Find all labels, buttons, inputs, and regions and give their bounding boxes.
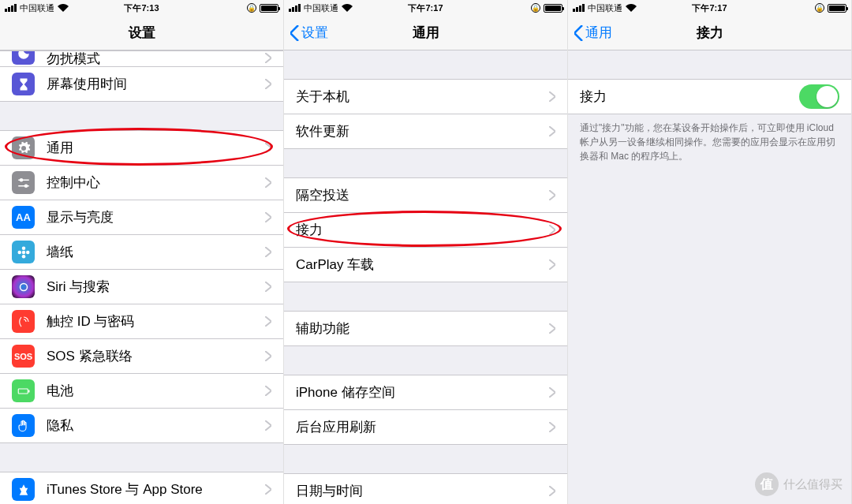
settings-row-dnd[interactable]: 勿扰模式 <box>0 51 283 67</box>
svg-point-7 <box>17 250 21 254</box>
settings-list[interactable]: 勿扰模式 屏幕使用时间 通用 控制中心 AA <box>0 50 283 504</box>
chevron-right-icon <box>265 484 271 495</box>
back-button[interactable]: 设置 <box>290 24 328 42</box>
chevron-right-icon <box>549 91 555 102</box>
screen-general: 中国联通 下午7:17 🔒 设置 通用 关于本机 软件更新 <box>284 0 568 504</box>
settings-row-sos[interactable]: SOS SOS 紧急联络 <box>0 339 283 374</box>
chevron-right-icon <box>549 259 555 270</box>
status-time: 下午7:13 <box>0 2 283 14</box>
watermark: 值 什么值得买 <box>755 472 843 496</box>
screen-handoff: 中国联通 下午7:17 🔒 通用 接力 接力 通过"接力"功能，您在某设备开始操… <box>568 0 852 504</box>
row-label: 显示与亮度 <box>47 208 265 226</box>
row-label: 辅助功能 <box>296 319 549 338</box>
handoff-toggle-row[interactable]: 接力 <box>568 80 851 114</box>
general-row-carplay[interactable]: CarPlay 车载 <box>284 248 567 282</box>
row-label: 勿扰模式 <box>47 51 265 67</box>
status-bar: 中国联通 下午7:17 🔒 <box>568 0 851 16</box>
chevron-right-icon <box>265 420 271 431</box>
general-row-about[interactable]: 关于本机 <box>284 80 567 114</box>
status-time: 下午7:17 <box>284 2 567 14</box>
battery-icon <box>260 4 278 13</box>
gear-icon <box>17 141 31 155</box>
svg-point-6 <box>21 255 25 259</box>
back-button[interactable]: 通用 <box>574 24 612 42</box>
row-label: 屏幕使用时间 <box>47 75 265 93</box>
row-label: 日期与时间 <box>296 482 549 500</box>
fingerprint-icon <box>17 315 31 329</box>
svg-point-8 <box>26 250 30 254</box>
screen-settings: 中国联通 下午7:13 🔒 设置 勿扰模式 屏幕使用时间 <box>0 0 284 504</box>
row-label: 通用 <box>47 139 265 157</box>
row-label: 后台应用刷新 <box>296 418 549 436</box>
general-row-handoff[interactable]: 接力 <box>284 213 567 248</box>
row-label: CarPlay 车载 <box>296 256 549 274</box>
settings-row-screentime[interactable]: 屏幕使用时间 <box>0 67 283 102</box>
svg-rect-10 <box>18 389 28 394</box>
handoff-toggle[interactable] <box>799 84 839 109</box>
svg-rect-11 <box>28 390 30 392</box>
general-list[interactable]: 关于本机 软件更新 隔空投送 接力 CarPlay 车载 <box>284 50 567 504</box>
settings-row-siri[interactable]: Siri 与搜索 <box>0 270 283 304</box>
general-row-background-refresh[interactable]: 后台应用刷新 <box>284 410 567 445</box>
row-label: 接力 <box>580 88 799 106</box>
nav-bar: 通用 接力 <box>568 16 851 50</box>
settings-row-display[interactable]: AA 显示与亮度 <box>0 200 283 235</box>
watermark-text: 什么值得买 <box>783 477 843 492</box>
row-label: 电池 <box>47 382 265 400</box>
svg-point-4 <box>21 250 25 254</box>
row-label: 墙纸 <box>47 243 265 261</box>
general-row-storage[interactable]: iPhone 储存空间 <box>284 375 567 410</box>
settings-row-touchid[interactable]: 触控 ID 与密码 <box>0 304 283 339</box>
settings-row-control-center[interactable]: 控制中心 <box>0 166 283 200</box>
moon-icon <box>17 51 31 61</box>
settings-row-privacy[interactable]: 隐私 <box>0 409 283 443</box>
row-label: iTunes Store 与 App Store <box>47 480 265 498</box>
back-label: 通用 <box>585 24 612 42</box>
chevron-right-icon <box>265 316 271 327</box>
row-label: 关于本机 <box>296 88 549 106</box>
svg-point-5 <box>21 246 25 250</box>
settings-row-wallpaper[interactable]: 墙纸 <box>0 235 283 270</box>
chevron-right-icon <box>549 225 555 235</box>
row-label: iPhone 储存空间 <box>296 383 549 401</box>
chevron-right-icon <box>265 79 271 89</box>
general-row-software-update[interactable]: 软件更新 <box>284 114 567 149</box>
chevron-left-icon <box>290 25 300 41</box>
chevron-left-icon <box>574 25 584 41</box>
back-label: 设置 <box>301 24 328 42</box>
general-row-date-time[interactable]: 日期与时间 <box>284 474 567 504</box>
appstore-icon <box>17 483 31 497</box>
siri-icon <box>17 280 31 294</box>
general-row-airdrop[interactable]: 隔空投送 <box>284 178 567 213</box>
status-bar: 中国联通 下午7:13 🔒 <box>0 0 283 16</box>
row-label: 触控 ID 与密码 <box>47 312 265 330</box>
hand-icon <box>17 419 31 433</box>
settings-row-general[interactable]: 通用 <box>0 131 283 166</box>
chevron-right-icon <box>549 422 555 432</box>
row-label: Siri 与搜索 <box>47 278 265 296</box>
chevron-right-icon <box>265 282 271 292</box>
watermark-logo: 值 <box>755 472 779 496</box>
battery-icon <box>544 4 562 13</box>
status-bar: 中国联通 下午7:17 🔒 <box>284 0 567 16</box>
chevron-right-icon <box>549 486 555 496</box>
chevron-right-icon <box>549 126 555 136</box>
sos-icon: SOS <box>12 345 35 368</box>
flower-icon <box>17 245 31 259</box>
status-time: 下午7:17 <box>568 2 851 14</box>
row-label: 隔空投送 <box>296 186 549 204</box>
chevron-right-icon <box>265 386 271 396</box>
settings-row-battery[interactable]: 电池 <box>0 374 283 409</box>
hourglass-icon <box>17 77 31 91</box>
chevron-right-icon <box>549 387 555 398</box>
general-row-accessibility[interactable]: 辅助功能 <box>284 312 567 346</box>
settings-row-appstore[interactable]: iTunes Store 与 App Store <box>0 472 283 504</box>
chevron-right-icon <box>549 323 555 334</box>
row-label: 软件更新 <box>296 122 549 140</box>
aa-icon: AA <box>12 206 35 229</box>
row-label: 隐私 <box>47 416 265 435</box>
row-label: SOS 紧急联络 <box>47 347 265 365</box>
chevron-right-icon <box>265 53 271 63</box>
chevron-right-icon <box>265 177 271 188</box>
chevron-right-icon <box>265 351 271 361</box>
